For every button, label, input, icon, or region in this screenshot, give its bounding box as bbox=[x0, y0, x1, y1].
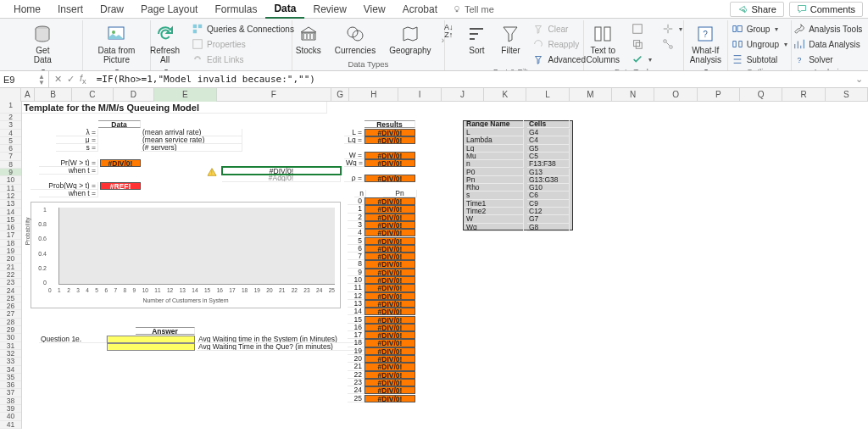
Pn-7: #DIV/0! bbox=[364, 253, 415, 260]
Pn-18: #DIV/0! bbox=[364, 339, 415, 347]
data-from-picture-button[interactable]: Data from Picture▾ bbox=[95, 22, 139, 71]
solver-button[interactable]: ?Solver bbox=[792, 53, 864, 66]
tab-review[interactable]: Review bbox=[304, 1, 354, 18]
Pn-23: #DIV/0! bbox=[364, 379, 415, 386]
flash-fill-button[interactable] bbox=[630, 22, 654, 36]
namebox-stepper[interactable]: ▲▼ bbox=[38, 74, 45, 86]
Wq-val: #DIV/0! bbox=[364, 159, 415, 167]
reapply-button[interactable]: Reapply bbox=[531, 37, 587, 51]
edit-links-button[interactable]: Edit Links bbox=[190, 53, 296, 66]
text-to-columns-button[interactable]: Text to Columns bbox=[583, 22, 623, 66]
subtotal-button[interactable]: Subtotal bbox=[730, 53, 789, 66]
col-header-F[interactable]: F bbox=[217, 88, 331, 102]
tellme[interactable]: Tell me bbox=[446, 2, 501, 17]
comments-button[interactable]: Comments bbox=[789, 2, 863, 17]
col-header-B[interactable]: B bbox=[35, 88, 73, 102]
group-button[interactable]: Group▾ bbox=[730, 22, 789, 36]
worksheet-grid[interactable]: ABCDEFGHIJKLMNOPQRS 12345678910111213141… bbox=[0, 88, 868, 444]
formula-input[interactable]: =IF(Rho>=1,"Model invalid because:","") bbox=[92, 71, 850, 87]
tab-data[interactable]: Data bbox=[265, 0, 304, 19]
col-header-I[interactable]: I bbox=[398, 88, 441, 102]
ribbon: Get Data▾ Get & Transform Data Data from… bbox=[0, 19, 868, 71]
currencies-button[interactable]: Currencies bbox=[331, 22, 379, 57]
tab-insert[interactable]: Insert bbox=[49, 1, 92, 18]
row-header-41[interactable]: 41 bbox=[0, 421, 21, 429]
tab-home[interactable]: Home bbox=[5, 1, 49, 18]
error-smart-tag-icon[interactable]: ! bbox=[207, 168, 217, 176]
col-header-P[interactable]: P bbox=[698, 88, 740, 102]
data-val-button[interactable]: ▾ bbox=[630, 53, 654, 66]
Pn-header: Pn bbox=[383, 190, 417, 197]
answer-input-2[interactable] bbox=[107, 343, 195, 351]
geography-button[interactable]: Geography bbox=[386, 22, 434, 57]
n-1: 1 bbox=[348, 205, 364, 213]
n-11: 11 bbox=[348, 284, 364, 291]
tab-pagelayout[interactable]: Page Layout bbox=[132, 1, 206, 18]
subtotal-icon bbox=[732, 53, 743, 65]
fx-button[interactable]: fx bbox=[80, 73, 86, 86]
col-header-N[interactable]: N bbox=[612, 88, 654, 102]
advanced-button[interactable]: Advanced bbox=[531, 53, 587, 66]
svg-point-17 bbox=[670, 46, 673, 49]
sheet-title: Template for the M/M/s Queueing Model bbox=[22, 102, 327, 114]
col-header-H[interactable]: H bbox=[349, 88, 398, 102]
col-header-C[interactable]: C bbox=[72, 88, 113, 102]
col-header-O[interactable]: O bbox=[654, 88, 697, 102]
svg-rect-5 bbox=[193, 25, 197, 28]
n-3: 3 bbox=[348, 221, 364, 229]
properties-button[interactable]: Properties bbox=[190, 37, 296, 51]
col-header-D[interactable]: D bbox=[114, 88, 154, 102]
select-all-corner[interactable] bbox=[0, 88, 21, 102]
Pn-13: #DIV/0! bbox=[364, 300, 415, 308]
clear-button[interactable]: Clear bbox=[531, 22, 587, 36]
formula-expand[interactable]: ⌄ bbox=[850, 74, 868, 85]
filter-button[interactable]: Filter bbox=[497, 22, 524, 57]
selected-cell-e9[interactable]: #DIV/0! bbox=[222, 167, 341, 175]
analysis-tools-button[interactable]: Analysis Tools bbox=[792, 22, 864, 36]
ungroup-button[interactable]: Ungroup▾ bbox=[730, 37, 789, 51]
rho-val: #DIV/0! bbox=[364, 175, 415, 182]
Pn-14: #DIV/0! bbox=[364, 308, 415, 315]
range-name-4: n bbox=[465, 160, 524, 168]
queries-button[interactable]: Queries & Connections bbox=[190, 22, 296, 36]
col-header-S[interactable]: S bbox=[826, 88, 868, 102]
sort-az-button[interactable]: A↓Z↑ bbox=[441, 22, 457, 41]
consolidate-button[interactable]: ▾ bbox=[660, 22, 684, 36]
col-header-Q[interactable]: Q bbox=[740, 88, 782, 102]
probability-chart[interactable]: Probability 10.80.60.40.20 0123456789101… bbox=[31, 202, 341, 308]
col-header-R[interactable]: R bbox=[782, 88, 825, 102]
col-header-G[interactable]: G bbox=[331, 88, 349, 102]
range-name-3: Mu bbox=[465, 153, 524, 160]
col-header-L[interactable]: L bbox=[526, 88, 569, 102]
col-header-K[interactable]: K bbox=[484, 88, 526, 102]
accept-formula-button[interactable]: ✓ bbox=[67, 74, 75, 85]
flash-icon bbox=[632, 23, 643, 35]
share-button[interactable]: Share bbox=[730, 2, 783, 17]
sort-button[interactable]: Sort bbox=[463, 22, 490, 57]
whatif-button[interactable]: ? What-If Analysis▾ bbox=[687, 22, 725, 71]
col-header-E[interactable]: E bbox=[154, 88, 217, 102]
col-header-M[interactable]: M bbox=[570, 88, 612, 102]
row-header-1[interactable]: 1 bbox=[0, 102, 21, 114]
get-data-button[interactable]: Get Data▾ bbox=[29, 22, 56, 71]
col-header-J[interactable]: J bbox=[442, 88, 484, 102]
cell-e10[interactable]: #Adg/0! bbox=[222, 175, 341, 182]
cancel-formula-button[interactable]: ✕ bbox=[54, 74, 62, 85]
relationships-button[interactable] bbox=[660, 37, 684, 51]
range-name-9: Time1 bbox=[465, 200, 524, 208]
Pn-25: #DIV/0! bbox=[364, 395, 415, 402]
tab-acrobat[interactable]: Acrobat bbox=[394, 1, 446, 18]
tab-view[interactable]: View bbox=[355, 1, 394, 18]
range-name-10: Time2 bbox=[465, 208, 524, 215]
stocks-button[interactable]: Stocks bbox=[292, 22, 325, 57]
data-analysis-button[interactable]: Data Analysis bbox=[792, 37, 864, 51]
answer-input-1[interactable] bbox=[107, 336, 195, 343]
tab-draw[interactable]: Draw bbox=[92, 1, 132, 18]
n-9: 9 bbox=[348, 269, 364, 276]
refresh-all-button[interactable]: Refresh All▾ bbox=[147, 22, 183, 71]
row-headers: 1234567891011121314151617181920212223242… bbox=[0, 102, 22, 429]
name-box[interactable]: E9 ▲▼ bbox=[0, 71, 49, 87]
remove-dup-button[interactable] bbox=[630, 37, 654, 51]
tab-formulas[interactable]: Formulas bbox=[206, 1, 265, 18]
col-header-A[interactable]: A bbox=[21, 88, 35, 102]
